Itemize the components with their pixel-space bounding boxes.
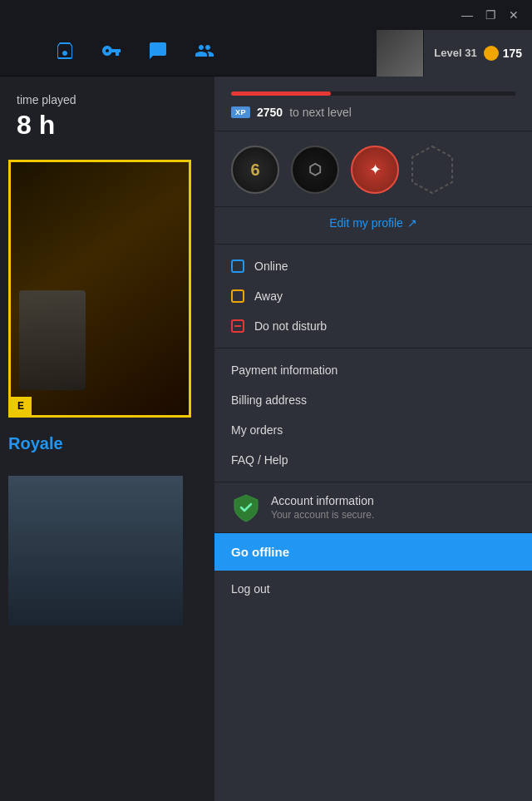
status-dnd[interactable]: Do not disturb: [214, 311, 532, 341]
xp-row: XP 2750 to next level: [231, 106, 515, 119]
status-section: Online Away Do not disturb: [214, 245, 532, 349]
xp-amount: 2750: [257, 106, 283, 119]
away-dot: [231, 289, 244, 303]
go-offline-button[interactable]: Go offline: [214, 533, 532, 571]
menu-section: Payment information Billing address My o…: [214, 349, 532, 482]
payment-info-label: Payment information: [231, 363, 337, 377]
game-card-badge: E: [11, 397, 32, 415]
logout-item[interactable]: Log out: [214, 571, 532, 607]
badge-4-hex[interactable]: [411, 145, 454, 195]
nav-bar: Level 31 175: [0, 30, 532, 77]
xp-label: to next level: [289, 106, 352, 119]
bg-screenshot: [8, 476, 183, 625]
billing-address-item[interactable]: Billing address: [214, 385, 532, 415]
away-label: Away: [254, 289, 283, 303]
dnd-label: Do not disturb: [254, 319, 327, 333]
dropdown-panel: XP 2750 to next level 6 ⬡ ✦ Edit my prof…: [214, 77, 532, 801]
online-dot: [231, 260, 244, 273]
time-played-value: 8 h: [17, 110, 76, 141]
title-bar: — ❐ ✕: [0, 0, 532, 30]
account-info-sub: Your account is secure.: [271, 509, 374, 521]
maximize-button[interactable]: ❐: [479, 3, 502, 27]
account-info-title: Account information: [271, 494, 374, 507]
currency-display: 175: [484, 46, 522, 61]
chat-icon[interactable]: [143, 36, 173, 71]
xp-badge: XP: [231, 106, 250, 118]
xp-bar-fill: [231, 91, 331, 96]
game-card-figure: [19, 290, 86, 390]
external-link-icon: ↗: [407, 216, 417, 230]
game-title: Royale: [8, 434, 63, 453]
level-text: Level 31: [434, 47, 476, 59]
badge-1[interactable]: 6: [231, 146, 279, 194]
edit-profile-label: Edit my profile: [329, 216, 403, 230]
xp-section: XP 2750 to next level: [214, 77, 532, 131]
account-shield-icon: [231, 492, 261, 522]
billing-address-label: Billing address: [231, 393, 307, 407]
time-played-label: time played: [17, 93, 76, 106]
faq-help-item[interactable]: FAQ / Help: [214, 445, 532, 475]
faq-help-label: FAQ / Help: [231, 453, 288, 467]
currency-amount: 175: [503, 47, 522, 60]
avatar[interactable]: [377, 30, 423, 77]
minimize-button[interactable]: —: [456, 3, 479, 27]
game-card[interactable]: E: [8, 160, 191, 418]
nav-icons: [0, 36, 377, 71]
shield-svg: [231, 492, 261, 522]
time-played-section: time played 8 h: [17, 93, 76, 141]
close-button[interactable]: ✕: [502, 3, 525, 27]
my-orders-item[interactable]: My orders: [214, 415, 532, 445]
badge-4-hex-svg: [411, 145, 454, 195]
nav-profile-area[interactable]: Level 31 175: [377, 30, 532, 77]
status-online[interactable]: Online: [214, 251, 532, 281]
edit-profile-link[interactable]: Edit my profile ↗: [329, 216, 417, 230]
account-info-text: Account information Your account is secu…: [271, 494, 374, 521]
badge-1-icon: 6: [250, 161, 259, 180]
status-away[interactable]: Away: [214, 281, 532, 311]
svg-marker-0: [412, 146, 452, 193]
dnd-dot: [231, 319, 244, 333]
key-icon[interactable]: [96, 36, 126, 71]
account-info-section: Account information Your account is secu…: [214, 482, 532, 533]
badge-3-icon: ✦: [369, 161, 382, 179]
logout-label: Log out: [231, 582, 270, 596]
game-card-inner: E: [11, 162, 189, 415]
badge-3[interactable]: ✦: [351, 146, 399, 194]
payment-info-item[interactable]: Payment information: [214, 355, 532, 385]
edit-profile-section: Edit my profile ↗: [214, 207, 532, 245]
badges-row: 6 ⬡ ✦: [214, 131, 532, 207]
badge-2[interactable]: ⬡: [291, 146, 339, 194]
friends-icon[interactable]: [190, 36, 219, 71]
cart-icon[interactable]: [50, 36, 80, 71]
badge-2-icon: ⬡: [308, 161, 322, 179]
my-orders-label: My orders: [231, 423, 283, 437]
coin-icon: [484, 46, 499, 61]
nav-level-box: Level 31 175: [423, 30, 532, 77]
online-label: Online: [254, 260, 288, 273]
xp-bar-container: [231, 91, 515, 96]
